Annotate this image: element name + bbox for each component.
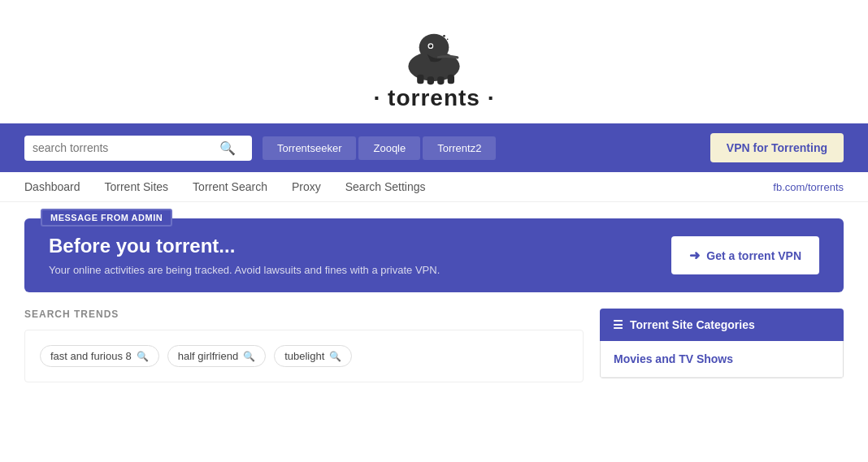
sidebar-menu-icon: ☰: [613, 318, 623, 331]
sidebar-header-label: Torrent Site Categories: [630, 318, 755, 331]
svg-point-5: [443, 35, 445, 37]
get-vpn-label: Get a torrent VPN: [706, 249, 801, 262]
logo-text: · torrents ·: [374, 85, 495, 111]
banner-text: Before you torrent... Your online activi…: [49, 235, 440, 276]
search-input[interactable]: [33, 141, 219, 154]
trends-box: fast and furious 8 🔍 half girlfriend 🔍 t…: [24, 330, 584, 382]
nav-menu: Dashboard Torrent Sites Torrent Search P…: [0, 172, 868, 202]
svg-rect-9: [437, 76, 444, 84]
banner-subtext: Your online activities are being tracked…: [49, 264, 440, 276]
svg-rect-10: [448, 75, 454, 84]
search-trends-title: SEARCH TRENDS: [24, 309, 584, 320]
chip-search-icon-0: 🔍: [137, 351, 149, 362]
site-tab-torrentseeker[interactable]: Torrentseeker: [263, 136, 356, 160]
nav-dashboard[interactable]: Dashboard: [24, 180, 80, 193]
vpn-button[interactable]: VPN for Torrenting: [710, 133, 844, 162]
get-vpn-button[interactable]: ➜ Get a torrent VPN: [671, 236, 819, 274]
trend-chips: fast and furious 8 🔍 half girlfriend 🔍 t…: [40, 345, 568, 367]
search-button[interactable]: 🔍: [219, 140, 236, 156]
svg-point-3: [429, 45, 432, 48]
sidebar: ☰ Torrent Site Categories Movies and TV …: [600, 309, 844, 382]
sidebar-header: ☰ Torrent Site Categories: [600, 309, 844, 341]
chip-search-icon-1: 🔍: [243, 351, 255, 362]
trend-chip-2[interactable]: tubelight 🔍: [274, 345, 352, 367]
banner-heading: Before you torrent...: [49, 235, 440, 257]
sidebar-category-0[interactable]: Movies and TV Shows: [601, 341, 843, 378]
svg-rect-8: [427, 76, 434, 84]
nav-torrent-sites[interactable]: Torrent Sites: [105, 180, 169, 193]
admin-badge: MESSAGE FROM ADMIN: [41, 209, 172, 227]
chip-search-icon-2: 🔍: [329, 351, 341, 362]
trend-chip-0[interactable]: fast and furious 8 🔍: [40, 345, 159, 367]
main-content: SEARCH TRENDS fast and furious 8 🔍 half …: [24, 309, 584, 382]
trend-chip-label-2: tubelight: [284, 350, 324, 362]
svg-point-6: [447, 39, 449, 41]
trend-chip-1[interactable]: half girlfriend 🔍: [167, 345, 266, 367]
nav-proxy[interactable]: Proxy: [292, 180, 321, 193]
site-tabs: Torrentseeker Zooqle Torrentz2: [260, 136, 496, 160]
search-left: 🔍 Torrentseeker Zooqle Torrentz2: [24, 136, 710, 161]
nav-torrent-search[interactable]: Torrent Search: [193, 180, 267, 193]
site-tab-torrentz2[interactable]: Torrentz2: [423, 136, 496, 160]
logo-area: · torrents ·: [0, 0, 868, 123]
logo-container: · torrents ·: [374, 16, 495, 111]
svg-point-4: [429, 45, 430, 45]
site-tab-zooqle[interactable]: Zooqle: [358, 136, 420, 160]
anteater-logo: [393, 16, 475, 89]
content-area: SEARCH TRENDS fast and furious 8 🔍 half …: [0, 309, 868, 399]
nav-search-settings[interactable]: Search Settings: [345, 180, 426, 193]
svg-rect-7: [417, 75, 423, 84]
search-input-wrap: 🔍: [24, 136, 252, 161]
admin-banner: MESSAGE FROM ADMIN Before you torrent...…: [24, 218, 844, 292]
nav-links: Dashboard Torrent Sites Torrent Search P…: [24, 180, 426, 193]
search-bar-section: 🔍 Torrentseeker Zooqle Torrentz2 VPN for…: [0, 123, 868, 172]
arrow-icon: ➜: [689, 248, 700, 263]
trend-chip-label-0: fast and furious 8: [50, 350, 132, 362]
trend-chip-label-1: half girlfriend: [178, 350, 238, 362]
sidebar-content: Movies and TV Shows: [600, 341, 844, 378]
nav-facebook-link[interactable]: fb.com/torrents: [773, 181, 844, 193]
